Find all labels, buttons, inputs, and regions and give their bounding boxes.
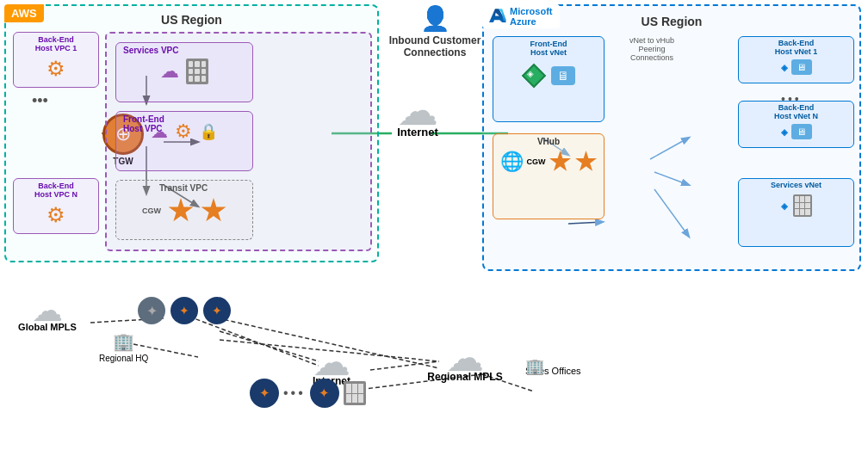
regional-mpls-label: Regional MPLS	[422, 371, 508, 383]
aws-badge: AWS	[4, 4, 44, 22]
azure-logo-svg	[489, 8, 506, 25]
frontend-vpc-label: Front-EndHost VPC	[123, 114, 164, 133]
building-icon: 🏢	[99, 331, 148, 352]
backend-vpc1-label: Back-EndHost VPC 1	[14, 33, 98, 52]
backend-vpc1: Back-EndHost VPC 1 ⚙	[13, 32, 99, 88]
backend-vpc-n-label: Back-EndHost VPC N	[14, 179, 98, 199]
transit-vpc-label: Transit VPC	[159, 183, 208, 193]
backend-vnet1: Back-EndHost vNet 1 ◈ 🖥	[738, 36, 854, 83]
azure-region-label: US Region	[642, 15, 703, 28]
azure-badge: MicrosoftAzure	[482, 4, 560, 28]
aws-inner-box: Services VPC ☁ Front-EndHost VPC ☁ ⚙ 🔒	[105, 32, 372, 251]
regional-hq-label: Regional HQ	[99, 354, 148, 363]
backend-vpc-n: Back-EndHost VPC N ⚙	[13, 178, 99, 234]
frontend-router-icon: ⚙	[175, 120, 192, 143]
transit-vpc: Transit VPC CGW	[115, 180, 253, 240]
vhub-box: VHub 🌐 CGW	[493, 133, 604, 219]
aws-section: AWS US Region Back-EndHost VPC 1 ⚙ ••• B…	[4, 4, 379, 262]
azure-badge-text: MicrosoftAzure	[510, 6, 553, 27]
vpc-dots: •••	[32, 92, 48, 110]
person-icon: 👤	[383, 4, 487, 33]
bottom-node2: ✦	[310, 379, 339, 408]
services-vpc-label: Services VPC	[123, 46, 179, 55]
backend-vnet1-label: Back-EndHost vNet 1	[739, 37, 853, 56]
services-vnet-arrow: ◈	[781, 201, 788, 211]
sales-building: 🏢	[525, 357, 544, 376]
frontend-vpc: Front-EndHost VPC ☁ ⚙ 🔒	[115, 111, 253, 171]
vhub-label: VHub	[493, 134, 604, 146]
switch-icon1: ✦	[138, 297, 165, 324]
inbound-title: Inbound Customer	[383, 34, 487, 46]
vnet1-arrow: ◈	[781, 63, 788, 72]
inbound-section: 👤 Inbound Customer Connections	[383, 4, 487, 59]
global-mpls: ☁ Global MPLS	[9, 293, 86, 332]
services-vnet: Services vNet ◈	[738, 178, 854, 247]
vnet-screen1: 🖥	[551, 66, 575, 85]
internet-section: ☁ Internet	[375, 86, 461, 139]
inbound-sub: Connections	[383, 46, 487, 59]
mpls-switches: ✦ ✦ ✦	[138, 297, 231, 324]
services-vpc: Services VPC ☁	[115, 42, 253, 102]
regional-mpls: ☁ Regional MPLS	[422, 336, 508, 383]
services-cloud-icon: ☁	[160, 60, 179, 83]
vhub-globe-icon: 🌐	[500, 151, 524, 173]
cgw-star2	[201, 198, 226, 224]
cgw-label-aws: CGW	[142, 206, 161, 215]
diagram-container: AWS US Region Back-EndHost VPC 1 ⚙ ••• B…	[0, 0, 868, 456]
frontend-vnet-label: Front-EndHost vNet	[493, 37, 604, 57]
services-vnet-firewall	[793, 194, 812, 217]
cgw-star-azure1	[549, 151, 572, 173]
bottom-section: ☁ Global MPLS 🏢 Regional HQ ✦ ✦ ✦ ☁ Inte…	[0, 280, 868, 456]
bottom-dots: •••	[283, 385, 306, 401]
cgw-node2: ✦	[203, 297, 231, 324]
vnetn-screen: 🖥	[791, 124, 812, 139]
cgw-star1	[168, 198, 194, 224]
frontend-vnet: Front-EndHost vNet ◈ 🖥	[493, 36, 604, 122]
backend-vnet-n: Back-EndHost vNet N ◈ 🖥	[738, 101, 854, 148]
cgw-star-azure2	[575, 151, 598, 173]
aws-region-label: US Region	[161, 13, 222, 27]
vnet-vhub-peering-label: vNet to vHubPeeringConnections	[609, 36, 695, 62]
bottom-nodes: ✦ ••• ✦	[250, 379, 366, 408]
azure-section: MicrosoftAzure US Region Front-EndHost v…	[482, 4, 861, 271]
global-mpls-label: Global MPLS	[9, 322, 86, 332]
backend-vnet-n-label: Back-EndHost vNet N	[739, 102, 853, 120]
services-vnet-label: Services vNet	[739, 179, 853, 189]
vnetn-arrow: ◈	[781, 127, 788, 137]
regional-hq: 🏢 Regional HQ	[99, 331, 148, 363]
frontend-lock-icon: 🔒	[199, 122, 218, 141]
sales-building-icon: 🏢	[525, 357, 544, 376]
vnet-diamond1: ◈	[522, 64, 546, 88]
router-icon-vpc-n: ⚙	[46, 203, 65, 227]
cgw-node1: ✦	[170, 297, 198, 324]
bottom-switch	[344, 381, 366, 405]
internet-label: Internet	[375, 126, 461, 139]
router-icon-vpc1: ⚙	[46, 57, 65, 81]
cgw-label-azure: CGW	[527, 157, 546, 166]
vnet1-screen: 🖥	[791, 59, 812, 75]
bottom-node1: ✦	[250, 379, 279, 408]
